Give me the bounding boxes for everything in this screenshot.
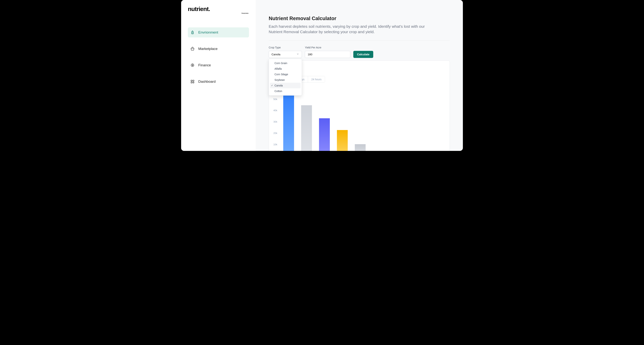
nav-list: EnvrionmentMarketplaceFinanceDashboard [188,28,249,86]
svg-point-5 [193,82,194,83]
y-tick: 50k [273,98,277,100]
chart: 60k50k40k30k20k10k0 [273,86,445,151]
crop-type-field: Crop Type Canola Corn GrainAlfalfaCorn S… [269,46,302,58]
crop-type-value: Canola [272,53,280,56]
tree-icon [190,30,194,34]
sidebar-item-finance[interactable]: Finance [188,60,249,70]
svg-rect-3 [193,80,194,81]
chart-bar-2 [301,105,312,151]
crop-option-cotton[interactable]: Cotton [270,88,300,94]
chart-bar-1 [283,89,294,151]
chart-bar-3 [319,118,330,151]
y-axis: 60k50k40k30k20k10k0 [273,86,279,151]
y-tick: 20k [273,132,277,134]
chart-bar-5 [355,144,366,151]
brand-logo: nutrient. TRADING [188,6,249,12]
crop-option-canola[interactable]: ✓Canola [270,83,300,88]
chart-bar-4 [337,130,348,151]
sidebar-item-dashboard[interactable]: Dashboard [188,76,249,86]
chevron-down-icon [296,53,299,56]
yield-input[interactable] [305,51,350,58]
main-content: Nutrient Removal Calculator Each harvest… [256,0,463,151]
svg-rect-4 [191,82,192,83]
brand-name: nutrient. [188,6,210,12]
check-icon: ✓ [271,84,273,87]
svg-rect-2 [191,80,192,81]
sidebar-item-envrionment[interactable]: Envrionment [188,28,249,38]
yield-field: Yield Per Acre [305,46,350,58]
sidebar-item-marketplace[interactable]: Marketplace [188,44,249,54]
coin-icon [190,63,194,67]
crop-option-label: Cotton [274,90,282,92]
basket-icon [190,47,194,51]
yield-label: Yield Per Acre [305,46,350,49]
calculate-button[interactable]: Calculate [353,51,373,58]
y-tick: 40k [273,109,277,112]
y-tick: 10k [273,143,277,146]
crop-type-dropdown: Corn GrainAlfalfaCorn SilageSoybean✓Cano… [269,59,302,96]
controls-row: Crop Type Canola Corn GrainAlfalfaCorn S… [269,46,450,58]
page-description: Each harvest depletes soil nutrients, va… [269,24,436,35]
sidebar-item-label: Dashboard [198,80,216,84]
crop-option-label: Soybean [274,78,285,82]
sidebar-item-label: Finance [198,63,211,67]
grid-icon [190,80,194,84]
sidebar-item-label: Envrionment [198,30,218,34]
crop-option-soybean[interactable]: Soybean [270,77,300,83]
crop-option-alfalfa[interactable]: Alfalfa [270,66,300,72]
crop-option-corn-silage[interactable]: Corn Silage [270,72,300,77]
sidebar: nutrient. TRADING EnvrionmentMarketplace… [181,0,256,151]
crop-type-select[interactable]: Canola [269,51,302,58]
crop-option-label: Corn Silage [274,73,288,76]
crop-option-label: Corn Grain [274,62,287,65]
chart-bars [279,86,366,151]
divider [269,40,450,40]
crop-option-label: Alfalfa [274,67,282,70]
brand-tagline: TRADING [241,13,248,14]
y-tick: 30k [273,120,277,123]
crop-type-label: Crop Type [269,46,302,49]
crop-option-corn-grain[interactable]: Corn Grain [270,60,300,66]
tab-24-hours[interactable]: 24 hours [308,76,325,82]
sidebar-item-label: Marketplace [198,47,218,51]
page-title: Nutrient Removal Calculator [269,16,450,22]
crop-option-label: Canola [274,84,283,87]
